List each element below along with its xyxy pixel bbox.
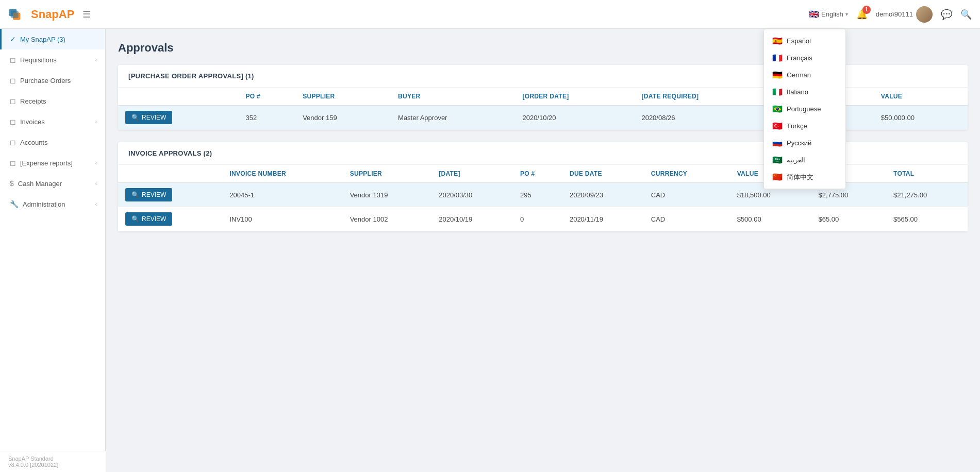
po-cell-supplier: Vendor 159 bbox=[295, 106, 391, 130]
sidebar-label-invoices: Invoices bbox=[20, 118, 45, 126]
lang-option-türkçe[interactable]: 🇹🇷Türkçe bbox=[764, 117, 845, 134]
main-header: SnapAP ☰ 🇬🇧 English ▾ 🔔 1 demo\90111 💬 🔍… bbox=[0, 0, 980, 29]
lang-option-italiano[interactable]: 🇮🇹Italiano bbox=[764, 83, 845, 100]
lang-flag-Français: 🇫🇷 bbox=[772, 53, 783, 63]
app-version: v8.4.0.0 [20201022] bbox=[8, 462, 97, 468]
po-col-buyer: BUYER bbox=[391, 88, 515, 106]
inv-table-row: 🔍REVIEWINV100Vendor 10022020/10/1902020/… bbox=[118, 207, 968, 231]
lang-option-русский[interactable]: 🇷🇺Русский bbox=[764, 134, 845, 151]
lang-label-Русский: Русский bbox=[787, 139, 811, 147]
inv-cell-total-0: $21,275.00 bbox=[886, 183, 968, 207]
po-cell-po_num: 352 bbox=[239, 106, 296, 130]
inv-review-cell: 🔍REVIEW bbox=[118, 207, 222, 231]
sidebar-icon-requisitions: ◻ bbox=[10, 56, 16, 64]
lang-label-简体中文: 简体中文 bbox=[787, 173, 813, 182]
sidebar-item-accounts[interactable]: ◻ Accounts bbox=[0, 132, 105, 153]
lang-label-Français: Français bbox=[787, 54, 812, 62]
sidebar-item-administration[interactable]: 🔧 Administration ‹ bbox=[0, 194, 105, 214]
inv-cell-supplier-1: Vendor 1002 bbox=[343, 207, 432, 231]
inv-col-date: [DATE] bbox=[431, 165, 513, 183]
sidebar-item-receipts[interactable]: ◻ Receipts bbox=[0, 91, 105, 111]
sidebar-icon-expense-reports: ◻ bbox=[10, 159, 16, 167]
po-cell-order_date: 2020/10/20 bbox=[515, 106, 634, 130]
inv-review-button-0[interactable]: 🔍REVIEW bbox=[125, 188, 172, 201]
inv-col-total: TOTAL bbox=[886, 165, 968, 183]
po-cell-buyer: Master Approver bbox=[391, 106, 515, 130]
language-flag: 🇬🇧 bbox=[809, 9, 819, 19]
inv-review-button-1[interactable]: 🔍REVIEW bbox=[125, 212, 172, 226]
inv-cell-invoice_number-1: INV100 bbox=[222, 207, 342, 231]
lang-option-العربية[interactable]: 🇸🇦العربية bbox=[764, 151, 845, 168]
svg-rect-2 bbox=[11, 10, 18, 18]
sidebar-icon-purchase-orders: ◻ bbox=[10, 76, 16, 85]
notification-badge: 1 bbox=[862, 6, 871, 14]
inv-cell-invoice_number-0: 20045-1 bbox=[222, 183, 342, 207]
po-col-supplier: SUPPLIER bbox=[295, 88, 391, 106]
inv-cell-po_num-0: 295 bbox=[513, 183, 562, 207]
po-review-button-0[interactable]: 🔍REVIEW bbox=[125, 111, 172, 124]
sidebar-footer: SnapAP Standard v8.4.0.0 [20201022] bbox=[0, 451, 106, 472]
inv-col-supplier: SUPPLIER bbox=[343, 165, 432, 183]
logo[interactable]: SnapAP bbox=[8, 5, 74, 24]
lang-label-German: German bbox=[787, 71, 811, 79]
review-icon: 🔍 bbox=[131, 114, 139, 121]
language-label: English bbox=[821, 10, 843, 18]
language-dropdown: 🇪🇸Español🇫🇷Français🇩🇪German🇮🇹Italiano🇧🇷P… bbox=[763, 29, 846, 189]
sidebar-chevron-expense-reports: ‹ bbox=[95, 160, 97, 166]
sidebar-item-expense-reports[interactable]: ◻ [Expense reports] ‹ bbox=[0, 153, 105, 173]
po-review-cell: 🔍REVIEW bbox=[118, 106, 239, 130]
po-col-action bbox=[118, 88, 239, 106]
language-selector[interactable]: 🇬🇧 English ▾ bbox=[809, 9, 848, 19]
inv-col-action bbox=[118, 165, 222, 183]
inv-cell-currency-0: CAD bbox=[644, 183, 730, 207]
main-content: Approvals [PURCHASE ORDER APPROVALS] (1)… bbox=[106, 29, 980, 472]
lang-label-Türkçe: Türkçe bbox=[787, 122, 807, 130]
avatar-image bbox=[916, 6, 933, 23]
lang-label-Italiano: Italiano bbox=[787, 88, 808, 96]
inv-cell-total-1: $565.00 bbox=[886, 207, 968, 231]
po-col-po_num: PO # bbox=[239, 88, 296, 106]
chat-icon[interactable]: 💬 bbox=[941, 9, 952, 20]
inv-cell-supplier-0: Vendor 1319 bbox=[343, 183, 432, 207]
lang-flag-German: 🇩🇪 bbox=[772, 70, 783, 80]
sidebar-icon-administration: 🔧 bbox=[10, 200, 19, 208]
lang-flag-Español: 🇪🇸 bbox=[772, 36, 783, 46]
notification-bell[interactable]: 🔔 1 bbox=[856, 9, 868, 20]
inv-cell-po_num-1: 0 bbox=[513, 207, 562, 231]
logo-text: SnapAP bbox=[31, 8, 74, 21]
sidebar-chevron-cash-manager: ‹ bbox=[95, 181, 97, 187]
inv-cell-date-0: 2020/03/30 bbox=[431, 183, 513, 207]
sidebar-label-receipts: Receipts bbox=[20, 97, 46, 105]
user-section[interactable]: demo\90111 bbox=[876, 6, 933, 23]
sidebar-item-requisitions[interactable]: ◻ Requisitions ‹ bbox=[0, 49, 105, 70]
avatar bbox=[916, 6, 933, 23]
inv-col-due_date: DUE DATE bbox=[562, 165, 644, 183]
lang-flag-Italiano: 🇮🇹 bbox=[772, 87, 783, 97]
lang-flag-العربية: 🇸🇦 bbox=[772, 155, 783, 165]
sidebar-item-cash-manager[interactable]: $ Cash Manager ‹ bbox=[0, 173, 105, 194]
hamburger-button[interactable]: ☰ bbox=[82, 9, 91, 20]
search-icon[interactable]: 🔍 bbox=[960, 9, 972, 20]
lang-option-german[interactable]: 🇩🇪German bbox=[764, 66, 845, 83]
snapap-logo-icon bbox=[8, 5, 27, 24]
lang-option-français[interactable]: 🇫🇷Français bbox=[764, 49, 845, 66]
lang-flag-Portuguese: 🇧🇷 bbox=[772, 104, 783, 114]
inv-cell-due_date-1: 2020/11/19 bbox=[562, 207, 644, 231]
inv-cell-value-1: $500.00 bbox=[730, 207, 811, 231]
inv-col-invoice_number: INVOICE NUMBER bbox=[222, 165, 342, 183]
sidebar-label-administration: Administration bbox=[23, 200, 65, 208]
lang-option-español[interactable]: 🇪🇸Español bbox=[764, 32, 845, 49]
sidebar-chevron-requisitions: ‹ bbox=[95, 57, 97, 63]
lang-label-العربية: العربية bbox=[787, 156, 805, 164]
lang-flag-Русский: 🇷🇺 bbox=[772, 138, 783, 148]
lang-option-简体中文[interactable]: 🇨🇳简体中文 bbox=[764, 168, 845, 186]
sidebar-item-invoices[interactable]: ◻ Invoices ‹ bbox=[0, 111, 105, 132]
lang-label-Portuguese: Portuguese bbox=[787, 105, 821, 113]
sidebar-item-purchase-orders[interactable]: ◻ Purchase Orders bbox=[0, 70, 105, 91]
inv-review-cell: 🔍REVIEW bbox=[118, 183, 222, 207]
lang-option-portuguese[interactable]: 🇧🇷Portuguese bbox=[764, 100, 845, 117]
inv-cell-tax-1: $65.00 bbox=[811, 207, 887, 231]
sidebar-item-my-snapap[interactable]: ✓ My SnapAP (3) bbox=[0, 29, 105, 49]
inv-col-po_num: PO # bbox=[513, 165, 562, 183]
sidebar: ✓ My SnapAP (3) ◻ Requisitions ‹ ◻ Purch… bbox=[0, 29, 106, 472]
